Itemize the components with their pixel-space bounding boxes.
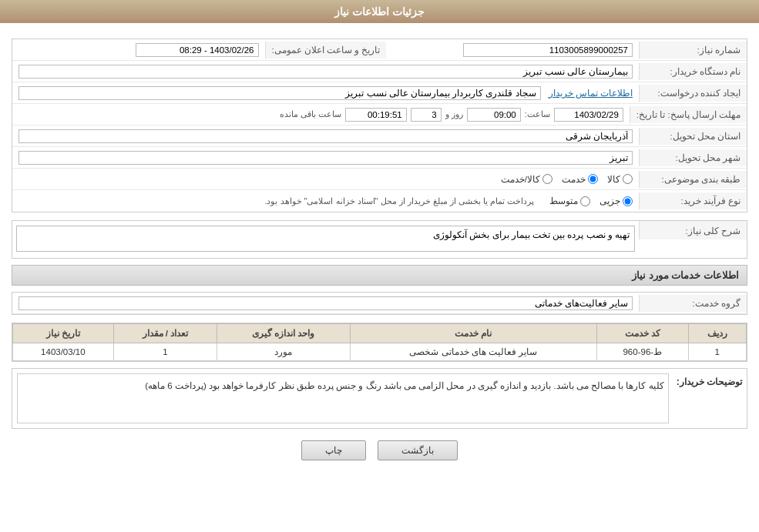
announce-date-input[interactable]: [136, 43, 259, 57]
purchase-type-container: جزیی متوسط پرداخت تمام یا بخشی از مبلغ خ…: [18, 196, 633, 206]
purchase-motavasset-label: متوسط: [549, 196, 578, 206]
print-button[interactable]: چاپ: [301, 440, 366, 460]
group-label: گروه خدمت:: [639, 295, 747, 312]
cell-name: سایر فعالیت های خدماتی شخصی: [350, 343, 596, 361]
table-row: 1 ط-96-960 سایر فعالیت های خدماتی شخصی م…: [13, 343, 747, 361]
description-label: شرح کلی نیاز:: [639, 221, 747, 239]
purchase-motavasset-option[interactable]: متوسط: [549, 196, 590, 206]
category-khedmat-option[interactable]: خدمت: [562, 174, 598, 185]
province-value: [12, 127, 639, 146]
requester-value-cell: اطلاعات تماس خریدار: [12, 84, 639, 102]
category-kala-option[interactable]: کالا: [607, 174, 633, 185]
category-value: کالا خدمت کالا/خدمت: [12, 172, 639, 187]
table-body: 1 ط-96-960 سایر فعالیت های خدماتی شخصی م…: [13, 343, 747, 361]
purchase-type-row: نوع فرآیند خرید: جزیی متوسط: [12, 190, 747, 212]
announce-date-label: تاریخ و ساعت اعلان عمومی:: [265, 42, 387, 59]
return-button[interactable]: بازگشت: [378, 440, 458, 460]
need-number-input[interactable]: [463, 43, 633, 57]
category-radio-group: کالا خدمت کالا/خدمت: [18, 174, 633, 185]
response-deadline-label: مهلت ارسال پاسخ: تا تاریخ:: [630, 106, 747, 123]
buyer-org-label: نام دستگاه خریدار:: [639, 63, 747, 80]
table-header: ردیف کد خدمت نام خدمت واحد اندازه گیری ت…: [13, 324, 747, 343]
col-unit: واحد اندازه گیری: [217, 324, 351, 343]
requester-input[interactable]: [18, 86, 541, 100]
requester-row: ایجاد کننده درخواست: اطلاعات تماس خریدار: [12, 82, 747, 104]
response-deadline-row: مهلت ارسال پاسخ: تا تاریخ: ساعت: روز و س…: [12, 104, 747, 125]
page-title: جزئیات اطلاعات نیاز: [334, 5, 425, 18]
purchase-motavasset-radio[interactable]: [580, 196, 590, 206]
description-textarea[interactable]: تهیه و نصب پرده بین تخت بیمار برای بخش آ…: [16, 226, 635, 252]
cell-unit: مورد: [217, 343, 351, 361]
need-number-value: [386, 41, 639, 59]
response-remaining-input[interactable]: [345, 108, 407, 122]
category-kala-khedmat-label: کالا/خدمت: [501, 174, 540, 185]
purchase-jozii-radio[interactable]: [623, 196, 633, 206]
content-area: شماره نیاز: تاریخ و ساعت اعلان عمومی: نا…: [0, 31, 759, 476]
requester-link[interactable]: اطلاعات تماس خریدار: [549, 88, 633, 99]
buyer-org-row: نام دستگاه خریدار:: [12, 61, 747, 82]
cell-qty: 1: [113, 343, 217, 361]
city-label: شهر محل تحویل:: [639, 149, 747, 166]
response-remaining-label: ساعت باقی مانده: [280, 109, 341, 119]
city-row: شهر محل تحویل:: [12, 147, 747, 169]
category-kala-radio[interactable]: [623, 174, 633, 184]
need-number-row: شماره نیاز: تاریخ و ساعت اعلان عمومی:: [12, 39, 747, 61]
buttons-row: بازگشت چاپ: [12, 440, 747, 460]
col-code: کد خدمت: [596, 324, 688, 343]
purchase-type-radio-group: جزیی متوسط: [549, 196, 633, 206]
purchase-jozii-option[interactable]: جزیی: [599, 196, 633, 206]
description-row: شرح کلی نیاز: تهیه و نصب پرده بین تخت بی…: [12, 220, 747, 259]
province-label: استان محل تحویل:: [639, 128, 747, 145]
col-row-num: ردیف: [688, 324, 746, 343]
group-input[interactable]: [18, 296, 633, 310]
response-days-label: روز و: [445, 109, 463, 119]
col-qty: تعداد / مقدار: [113, 324, 217, 343]
category-khedmat-label: خدمت: [562, 174, 586, 185]
city-value: [12, 149, 639, 167]
page-header: جزئیات اطلاعات نیاز: [0, 0, 759, 23]
buyer-org-value: [12, 62, 639, 81]
response-time-label: ساعت:: [525, 109, 550, 119]
group-row: گروه خدمت:: [12, 293, 747, 314]
category-kala-label: کالا: [607, 174, 620, 185]
requester-label: ایجاد کننده درخواست:: [639, 85, 747, 102]
response-days-input[interactable]: [411, 108, 442, 122]
main-form: شماره نیاز: تاریخ و ساعت اعلان عمومی: نا…: [12, 38, 747, 212]
col-date: تاریخ نیاز: [13, 324, 114, 343]
province-row: استان محل تحویل:: [12, 125, 747, 147]
city-input[interactable]: [18, 151, 633, 165]
category-label: طبقه بندی موضوعی:: [639, 171, 747, 188]
response-date-input[interactable]: [554, 108, 623, 122]
cell-code: ط-96-960: [596, 343, 688, 361]
description-value: تهیه و نصب پرده بین تخت بیمار برای بخش آ…: [12, 222, 639, 258]
purchase-type-note: پرداخت تمام یا بخشی از مبلغ خریدار از مح…: [264, 196, 534, 206]
category-kala-khedmat-radio[interactable]: [542, 174, 552, 184]
table-header-row: ردیف کد خدمت نام خدمت واحد اندازه گیری ت…: [13, 324, 747, 343]
services-table-section: ردیف کد خدمت نام خدمت واحد اندازه گیری ت…: [12, 323, 747, 362]
col-name: نام خدمت: [350, 324, 596, 343]
purchase-jozii-label: جزیی: [599, 196, 620, 206]
page-wrapper: جزئیات اطلاعات نیاز شماره نیاز: تاریخ و …: [0, 0, 759, 532]
group-value: [12, 294, 639, 313]
category-row: طبقه بندی موضوعی: کالا خدمت: [12, 169, 747, 190]
buyer-org-input[interactable]: [18, 65, 633, 79]
response-time-input[interactable]: [467, 108, 521, 122]
category-kala-khedmat-option[interactable]: کالا/خدمت: [501, 174, 552, 185]
buyer-notes-label: توضیحات خریدار:: [677, 373, 742, 387]
announce-date-value: [12, 41, 265, 59]
province-input[interactable]: [18, 129, 633, 143]
response-deadline-value: ساعت: روز و ساعت باقی مانده: [12, 105, 630, 124]
services-section-title: اطلاعات خدمات مورد نیاز: [12, 265, 747, 286]
buyer-notes-text: کلیه کارها با مصالح می باشد. بازدید و ان…: [17, 373, 669, 423]
cell-row-num: 1: [688, 343, 746, 361]
services-table: ردیف کد خدمت نام خدمت واحد اندازه گیری ت…: [12, 323, 747, 361]
purchase-type-label: نوع فرآیند خرید:: [639, 192, 747, 209]
category-khedmat-radio[interactable]: [588, 174, 598, 184]
cell-date: 1403/03/10: [13, 343, 114, 361]
need-number-label: شماره نیاز:: [639, 42, 747, 59]
purchase-type-value: جزیی متوسط پرداخت تمام یا بخشی از مبلغ خ…: [12, 193, 639, 209]
buyer-notes-section: توضیحات خریدار: کلیه کارها با مصالح می ب…: [12, 368, 747, 429]
services-form: گروه خدمت:: [12, 292, 747, 315]
